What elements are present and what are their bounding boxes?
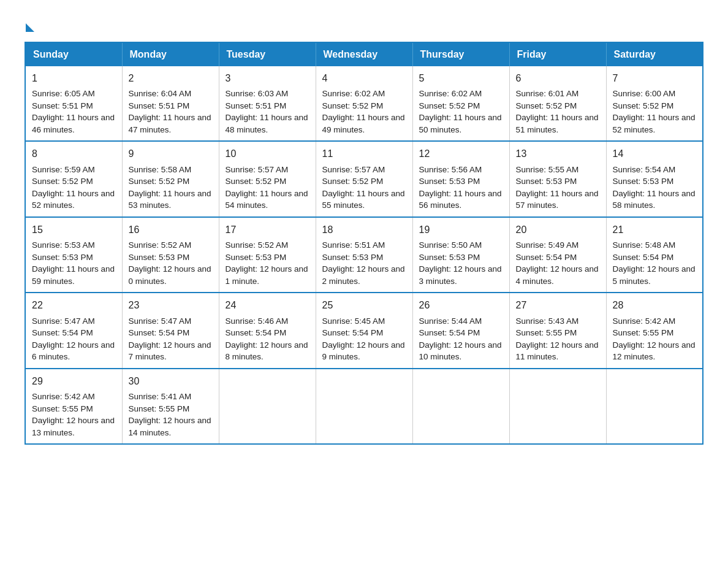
day-number: 2	[129, 71, 213, 85]
weekday-header-friday: Friday	[509, 42, 606, 66]
weekday-header-tuesday: Tuesday	[219, 42, 316, 66]
calendar-cell: 9Sunrise: 5:58 AMSunset: 5:52 PMDaylight…	[122, 141, 219, 216]
calendar-cell: 15Sunrise: 5:53 AMSunset: 5:53 PMDayligh…	[25, 217, 122, 293]
day-number: 30	[129, 374, 213, 388]
calendar-cell: 6Sunrise: 6:01 AMSunset: 5:52 PMDaylight…	[509, 66, 606, 141]
day-number: 12	[419, 147, 503, 161]
calendar-table: SundayMondayTuesdayWednesdayThursdayFrid…	[25, 42, 703, 445]
calendar-cell	[606, 369, 703, 444]
calendar-cell: 2Sunrise: 6:04 AMSunset: 5:51 PMDaylight…	[122, 66, 219, 141]
day-number: 10	[226, 147, 309, 161]
calendar-cell: 30Sunrise: 5:41 AMSunset: 5:55 PMDayligh…	[122, 369, 219, 444]
day-number: 13	[516, 147, 600, 161]
calendar-cell: 7Sunrise: 6:00 AMSunset: 5:52 PMDaylight…	[606, 66, 703, 141]
logo	[25, 18, 34, 29]
calendar-week-row: 29Sunrise: 5:42 AMSunset: 5:55 PMDayligh…	[25, 369, 703, 444]
calendar-cell: 20Sunrise: 5:49 AMSunset: 5:54 PMDayligh…	[509, 217, 606, 293]
page-header	[25, 18, 703, 29]
day-number: 11	[322, 147, 406, 161]
day-number: 21	[613, 223, 697, 237]
day-number: 6	[516, 71, 600, 85]
calendar-cell: 14Sunrise: 5:54 AMSunset: 5:53 PMDayligh…	[606, 141, 703, 216]
day-number: 24	[226, 298, 309, 312]
weekday-header-row: SundayMondayTuesdayWednesdayThursdayFrid…	[25, 42, 703, 66]
day-number: 28	[613, 298, 697, 312]
calendar-cell	[316, 369, 412, 444]
day-number: 5	[419, 71, 503, 85]
day-number: 14	[613, 147, 697, 161]
calendar-week-row: 1Sunrise: 6:05 AMSunset: 5:51 PMDaylight…	[25, 66, 703, 141]
calendar-cell: 18Sunrise: 5:51 AMSunset: 5:53 PMDayligh…	[316, 217, 412, 293]
weekday-header-saturday: Saturday	[606, 42, 703, 66]
calendar-cell: 12Sunrise: 5:56 AMSunset: 5:53 PMDayligh…	[412, 141, 509, 216]
day-number: 20	[516, 223, 600, 237]
calendar-cell: 28Sunrise: 5:42 AMSunset: 5:55 PMDayligh…	[606, 293, 703, 368]
weekday-header-monday: Monday	[122, 42, 219, 66]
day-number: 17	[226, 223, 309, 237]
day-number: 4	[322, 71, 406, 85]
calendar-cell: 11Sunrise: 5:57 AMSunset: 5:52 PMDayligh…	[316, 141, 412, 216]
calendar-cell: 17Sunrise: 5:52 AMSunset: 5:53 PMDayligh…	[219, 217, 316, 293]
day-number: 16	[129, 223, 213, 237]
calendar-cell: 23Sunrise: 5:47 AMSunset: 5:54 PMDayligh…	[122, 293, 219, 368]
calendar-cell	[219, 369, 316, 444]
day-number: 7	[613, 71, 697, 85]
calendar-cell: 4Sunrise: 6:02 AMSunset: 5:52 PMDaylight…	[316, 66, 412, 141]
calendar-cell: 25Sunrise: 5:45 AMSunset: 5:54 PMDayligh…	[316, 293, 412, 368]
day-number: 9	[129, 147, 213, 161]
calendar-cell: 22Sunrise: 5:47 AMSunset: 5:54 PMDayligh…	[25, 293, 122, 368]
calendar-cell: 8Sunrise: 5:59 AMSunset: 5:52 PMDaylight…	[25, 141, 122, 216]
day-number: 8	[32, 147, 116, 161]
calendar-cell: 3Sunrise: 6:03 AMSunset: 5:51 PMDaylight…	[219, 66, 316, 141]
day-number: 23	[129, 298, 213, 312]
weekday-header-wednesday: Wednesday	[316, 42, 412, 66]
day-number: 15	[32, 223, 116, 237]
calendar-cell: 24Sunrise: 5:46 AMSunset: 5:54 PMDayligh…	[219, 293, 316, 368]
calendar-week-row: 15Sunrise: 5:53 AMSunset: 5:53 PMDayligh…	[25, 217, 703, 293]
calendar-cell: 13Sunrise: 5:55 AMSunset: 5:53 PMDayligh…	[509, 141, 606, 216]
day-number: 1	[32, 71, 116, 85]
calendar-cell: 26Sunrise: 5:44 AMSunset: 5:54 PMDayligh…	[412, 293, 509, 368]
calendar-cell: 29Sunrise: 5:42 AMSunset: 5:55 PMDayligh…	[25, 369, 122, 444]
calendar-cell: 10Sunrise: 5:57 AMSunset: 5:52 PMDayligh…	[219, 141, 316, 216]
calendar-cell: 5Sunrise: 6:02 AMSunset: 5:52 PMDaylight…	[412, 66, 509, 141]
day-number: 25	[322, 298, 406, 312]
calendar-cell: 16Sunrise: 5:52 AMSunset: 5:53 PMDayligh…	[122, 217, 219, 293]
calendar-cell: 21Sunrise: 5:48 AMSunset: 5:54 PMDayligh…	[606, 217, 703, 293]
weekday-header-sunday: Sunday	[25, 42, 122, 66]
day-number: 3	[226, 71, 309, 85]
day-number: 27	[516, 298, 600, 312]
day-number: 19	[419, 223, 503, 237]
calendar-cell: 19Sunrise: 5:50 AMSunset: 5:53 PMDayligh…	[412, 217, 509, 293]
day-number: 26	[419, 298, 503, 312]
day-number: 18	[322, 223, 406, 237]
calendar-week-row: 8Sunrise: 5:59 AMSunset: 5:52 PMDaylight…	[25, 141, 703, 216]
logo-triangle-icon	[26, 23, 34, 32]
day-number: 29	[32, 374, 116, 388]
calendar-cell	[509, 369, 606, 444]
calendar-cell: 27Sunrise: 5:43 AMSunset: 5:55 PMDayligh…	[509, 293, 606, 368]
calendar-cell: 1Sunrise: 6:05 AMSunset: 5:51 PMDaylight…	[25, 66, 122, 141]
calendar-week-row: 22Sunrise: 5:47 AMSunset: 5:54 PMDayligh…	[25, 293, 703, 368]
day-number: 22	[32, 298, 116, 312]
calendar-cell	[412, 369, 509, 444]
weekday-header-thursday: Thursday	[412, 42, 509, 66]
